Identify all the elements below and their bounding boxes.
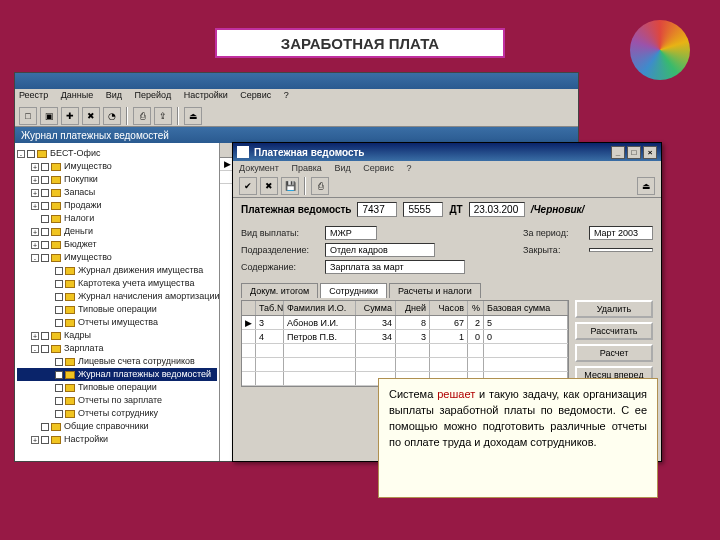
journal-titlebar: Журнал платежных ведомостей: [15, 127, 578, 143]
pay-type-field[interactable]: МЖР: [325, 226, 377, 240]
tree-item[interactable]: -Зарплата: [17, 342, 217, 355]
closed-field[interactable]: [589, 248, 653, 252]
tool-cancel-icon[interactable]: ✖: [260, 177, 278, 195]
doc-header-label: Платежная ведомость: [241, 204, 351, 215]
menu-item[interactable]: Реестр: [19, 90, 48, 100]
tool-clock-icon[interactable]: ◔: [103, 107, 121, 125]
page-title-banner: ЗАРАБОТНАЯ ПЛАТА: [215, 28, 505, 58]
menu-item[interactable]: Сервис: [363, 163, 394, 173]
tree-item[interactable]: -Общие справочники: [17, 420, 217, 433]
tool-new-icon[interactable]: □: [19, 107, 37, 125]
tool-delete-icon[interactable]: ✖: [82, 107, 100, 125]
tool-open-icon[interactable]: ▣: [40, 107, 58, 125]
dialog-menubar[interactable]: Документ Правка Вид Сервис ?: [233, 161, 661, 175]
toolbar-separator: [177, 107, 179, 125]
main-menubar[interactable]: Реестр Данные Вид Перейод Настройки Серв…: [15, 89, 578, 105]
main-titlebar: [15, 73, 578, 89]
menu-item[interactable]: Правка: [291, 163, 321, 173]
label-closed: Закрыта:: [523, 245, 583, 255]
delete-button[interactable]: Удалить: [575, 300, 653, 318]
tool-print-icon[interactable]: ⎙: [133, 107, 151, 125]
menu-item[interactable]: Сервис: [240, 90, 271, 100]
tree-item[interactable]: -Картотека учета имущества: [17, 277, 217, 290]
doc-code-field[interactable]: 5555: [403, 202, 443, 217]
description-callout: Система решает и такую задачу, как орган…: [378, 378, 658, 498]
dialog-titlebar[interactable]: Платежная ведомость _ □ ×: [233, 143, 661, 161]
toolbar-separator: [126, 107, 128, 125]
tool-print-icon[interactable]: ⎙: [311, 177, 329, 195]
close-icon[interactable]: ×: [643, 146, 657, 159]
dialog-tabs: Докум. итогом Сотрудники Расчеты и налог…: [233, 279, 661, 298]
doc-header: Платежная ведомость 7437 5555 ДТ 23.03.2…: [233, 198, 661, 221]
department-field[interactable]: Отдел кадров: [325, 243, 435, 257]
employee-table[interactable]: Таб.№ Фамилия И.О. Сумма Дней Часов % Ба…: [241, 300, 569, 387]
dialog-icon: [237, 146, 249, 158]
menu-item[interactable]: Вид: [334, 163, 350, 173]
tree-item[interactable]: -Отчеты по зарплате: [17, 394, 217, 407]
tree-item[interactable]: -Типовые операции: [17, 303, 217, 316]
menu-item[interactable]: ?: [284, 90, 289, 100]
tree-item[interactable]: -Отчеты сотруднику: [17, 407, 217, 420]
tree-item[interactable]: +Покупки: [17, 173, 217, 186]
tool-exit-icon[interactable]: ⏏: [184, 107, 202, 125]
tool-exit-icon[interactable]: ⏏: [637, 177, 655, 195]
tree-item[interactable]: +Бюджет: [17, 238, 217, 251]
desc-highlight: решает: [437, 388, 475, 400]
period-field[interactable]: Март 2003: [589, 226, 653, 240]
menu-item[interactable]: Настройки: [184, 90, 228, 100]
tool-save-icon[interactable]: ✚: [61, 107, 79, 125]
tree-item[interactable]: +Настройки: [17, 433, 217, 446]
main-toolbar: □ ▣ ✚ ✖ ◔ ⎙ ⇪ ⏏: [15, 105, 578, 127]
dialog-toolbar: ✔ ✖ 💾 ⎙ ⏏: [233, 175, 661, 198]
label-department: Подразделение:: [241, 245, 319, 255]
tree-item[interactable]: -Лицевые счета сотрудников: [17, 355, 217, 368]
journal-title: Журнал платежных ведомостей: [21, 130, 169, 141]
tree-item[interactable]: -Имущество: [17, 251, 217, 264]
doc-number-field[interactable]: 7437: [357, 202, 397, 217]
tree-item[interactable]: -Отчеты имущества: [17, 316, 217, 329]
tree-item[interactable]: -БЕСТ-Офис: [17, 147, 217, 160]
menu-item[interactable]: Данные: [61, 90, 94, 100]
tool-save-icon[interactable]: 💾: [281, 177, 299, 195]
menu-item[interactable]: Вид: [106, 90, 122, 100]
toolbar-separator: [304, 177, 306, 195]
table-row[interactable]: 4 Петров П.В. 34 3 1 0 0: [242, 330, 568, 344]
tree-item[interactable]: -Журнал движения имущества: [17, 264, 217, 277]
menu-item[interactable]: ?: [407, 163, 412, 173]
color-wheel-decoration: [630, 20, 690, 80]
recalc-button[interactable]: Расчет: [575, 344, 653, 362]
tab-employees[interactable]: Сотрудники: [320, 283, 387, 298]
desc-text: Система: [389, 388, 437, 400]
tree-item[interactable]: +Деньги: [17, 225, 217, 238]
label-pay-type: Вид выплаты:: [241, 228, 319, 238]
tree-item[interactable]: +Кадры: [17, 329, 217, 342]
tab-summary[interactable]: Докум. итогом: [241, 283, 318, 298]
tool-export-icon[interactable]: ⇪: [154, 107, 172, 125]
label-period: За период:: [523, 228, 583, 238]
tree-item[interactable]: -Налоги: [17, 212, 217, 225]
minimize-icon[interactable]: _: [611, 146, 625, 159]
tree-item[interactable]: -Типовые операции: [17, 381, 217, 394]
table-row[interactable]: ▶ 3 Абонов И.И. 34 8 67 2 5: [242, 316, 568, 330]
tree-item[interactable]: -Журнал платежных ведомостей: [17, 368, 217, 381]
table-row[interactable]: [242, 358, 568, 372]
maximize-icon[interactable]: □: [627, 146, 641, 159]
label-content: Содержание:: [241, 262, 319, 272]
tree-item[interactable]: +Продажи: [17, 199, 217, 212]
table-row[interactable]: [242, 344, 568, 358]
tab-calc[interactable]: Расчеты и налоги: [389, 283, 481, 298]
table-header-row: Таб.№ Фамилия И.О. Сумма Дней Часов % Ба…: [242, 301, 568, 316]
tree-item[interactable]: +Имущество: [17, 160, 217, 173]
tool-ok-icon[interactable]: ✔: [239, 177, 257, 195]
menu-item[interactable]: Перейод: [135, 90, 172, 100]
calc-button[interactable]: Рассчитать: [575, 322, 653, 340]
doc-date-field[interactable]: 23.03.200: [469, 202, 525, 217]
tree-item[interactable]: -Журнал начисления амортизации: [17, 290, 217, 303]
doc-form: Вид выплаты: МЖР За период: Март 2003 По…: [233, 221, 661, 279]
menu-item[interactable]: Документ: [239, 163, 279, 173]
navigation-tree[interactable]: -БЕСТ-Офис+Имущество+Покупки+Запасы+Прод…: [15, 143, 220, 461]
tree-item[interactable]: +Запасы: [17, 186, 217, 199]
doc-dt-label: ДТ: [449, 204, 462, 215]
doc-status: /Черновик/: [531, 204, 585, 215]
content-field[interactable]: Зарплата за март: [325, 260, 465, 274]
